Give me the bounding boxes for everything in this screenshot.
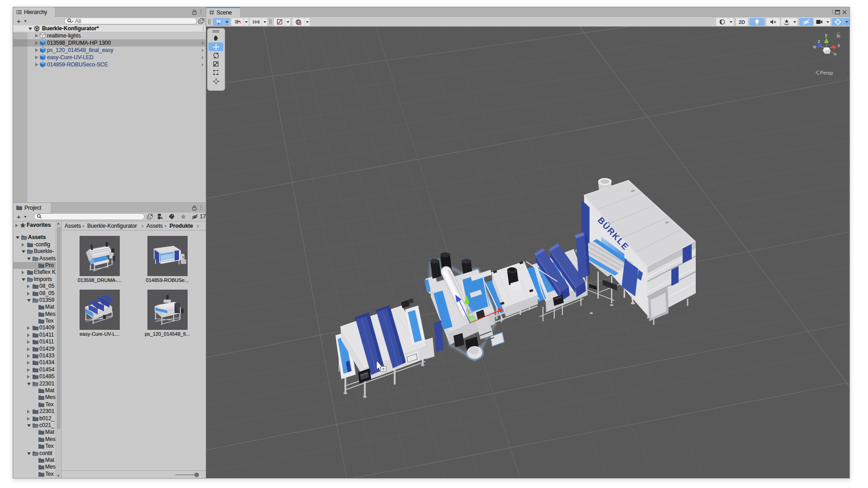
svg-text:z: z bbox=[818, 39, 820, 44]
svg-text:Y: Y bbox=[217, 22, 220, 25]
svg-text:y: y bbox=[825, 33, 827, 38]
svg-text:x: x bbox=[838, 43, 840, 48]
svg-text:Persp: Persp bbox=[820, 70, 833, 75]
